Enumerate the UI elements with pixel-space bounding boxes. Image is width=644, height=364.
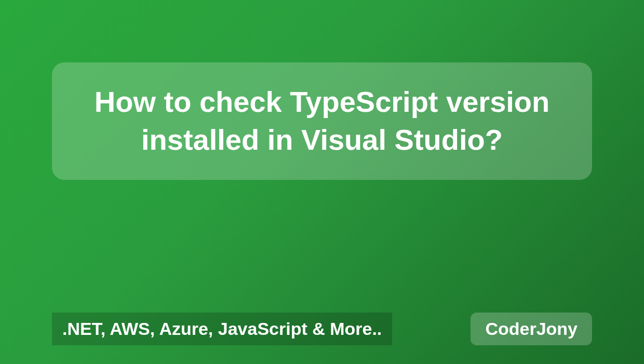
- tagline-box: .NET, AWS, Azure, JavaScript & More..: [52, 313, 392, 345]
- brand-text: CoderJony: [485, 319, 578, 339]
- brand-box: CoderJony: [471, 313, 592, 345]
- title-card: How to check TypeScript version installe…: [52, 62, 592, 180]
- tagline-text: .NET, AWS, Azure, JavaScript & More..: [62, 319, 382, 339]
- article-title: How to check TypeScript version installe…: [78, 83, 566, 159]
- footer-bar: .NET, AWS, Azure, JavaScript & More.. Co…: [52, 313, 592, 345]
